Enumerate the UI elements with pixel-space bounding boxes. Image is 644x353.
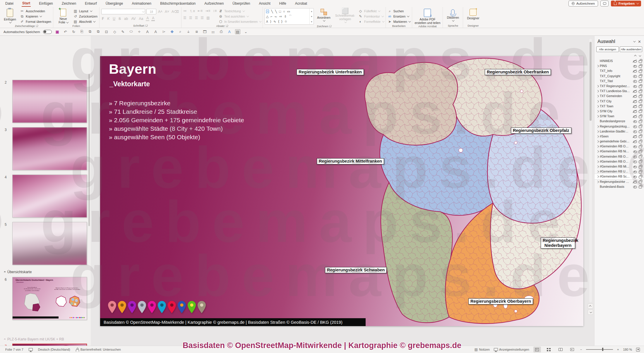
dialog-launcher-icon[interactable] [226,25,228,27]
fit-slide-button[interactable] [636,348,640,352]
layer-row[interactable]: #Gemeinden RB Oberbayern [595,144,644,149]
layer-row[interactable]: SYM City [595,109,644,114]
next-slide-button[interactable] [588,310,593,315]
expand-chevron-icon[interactable] [596,59,600,63]
menu-ansicht[interactable]: Ansicht [258,1,271,6]
replace-button[interactable]: abErsetzen [388,14,410,18]
menu-ueberpruefen[interactable]: Überprüfen [232,1,251,6]
textbox-shape-icon[interactable]: A [266,10,269,13]
reset-button[interactable]: ↺Zurücksetzen [73,14,97,18]
map-pin[interactable] [128,301,136,314]
menu-entwurf[interactable]: Entwurf [84,1,97,6]
visibility-eye-icon[interactable] [633,130,637,133]
arrange-button[interactable]: Anordnen [316,8,332,22]
menu-datei[interactable]: Datei [5,1,14,6]
visibility-eye-icon[interactable] [633,99,637,103]
shape-outline-button[interactable]: ✎Formkontur [358,14,384,18]
bayern-map[interactable] [358,56,583,326]
pointer-icon[interactable]: ⌲ [161,30,167,34]
grow-font-button[interactable]: A˄ [157,10,163,14]
expand-chevron-icon[interactable] [596,119,600,123]
map-pin[interactable] [138,301,146,314]
layer-row[interactable]: TXT Landkreise-Stadtkreise [595,89,644,94]
visibility-eye-icon[interactable] [633,109,637,113]
expand-chevron-icon[interactable] [596,84,600,88]
layer-row[interactable]: #Gemeinden RB Oberpfalz [595,154,644,159]
textbox-icon[interactable]: A [227,30,232,34]
menu-animationen[interactable]: Animationen [131,1,152,6]
expand-chevron-icon[interactable] [596,165,600,168]
slide-thumbnail-6[interactable]: Übersichtskarte Deutschland + Bayern _Ve… [12,277,87,320]
format-painter-button[interactable]: ✐Format übertragen [20,19,51,24]
visibility-eye-icon[interactable] [633,155,637,159]
visibility-eye-icon[interactable] [633,144,637,148]
numbering-button[interactable]: ⒈≡ [189,9,195,14]
eyedropper-icon[interactable]: ✧ [137,30,142,34]
expand-chevron-icon[interactable] [596,104,600,108]
visibility-eye-icon[interactable] [633,185,637,189]
shape-effect-icon[interactable]: ⬭ [129,30,134,34]
zoom-slider[interactable] [586,349,613,349]
bullets-button[interactable]: ≔ [183,9,187,14]
layer-row[interactable]: TXT_Copyright [595,74,644,79]
underline-button[interactable]: U [112,17,116,21]
shrink-font-button[interactable]: A˅ [164,10,170,14]
label-mittelfranken[interactable]: Regierungsbezirk Mittelfranken [317,158,384,164]
lock-open-icon[interactable] [639,129,642,133]
lock-open-icon[interactable] [639,119,642,123]
layer-row[interactable]: TXT Town [595,104,644,109]
lock-open-icon[interactable] [639,185,642,189]
zoom-level[interactable]: 180 % [623,348,632,351]
visibility-eye-icon[interactable] [633,114,637,118]
lock-open-icon[interactable] [639,59,642,63]
lock-open-icon[interactable] [639,69,642,73]
section-header-uebersichtskarte[interactable]: Übersichtskarte [4,270,32,274]
save-icon[interactable]: ▣ [55,30,60,34]
lock-open-icon[interactable] [639,124,642,128]
designer-button[interactable]: Designer [465,8,481,20]
zoom-out-button[interactable]: − [580,348,582,351]
expand-chevron-icon[interactable] [596,79,600,83]
expand-chevron-icon[interactable] [596,74,600,78]
menu-einfuegen[interactable]: Einfügen [38,1,53,6]
hide-all-button[interactable]: Alle ausblenden [620,47,642,52]
layer-row[interactable]: Landkreise-Stadtkreise (ohn... [595,129,644,134]
smartart-button[interactable]: ⬡In SmartArt konvertieren [218,19,261,24]
clear-formatting-button[interactable]: A⌫ [171,10,179,14]
visibility-eye-icon[interactable] [633,175,637,178]
label-oberfranken[interactable]: Regierungsbezirk Oberfranken [485,69,551,75]
slide-title[interactable]: Bayern [109,61,156,77]
qat-overflow-icon[interactable]: ⌄ [243,30,249,34]
dialog-launcher-icon[interactable] [145,25,148,27]
lock-open-icon[interactable] [639,149,642,154]
duplicate-object-icon[interactable]: ⊡ [104,30,109,34]
selection-pane-toggle-icon[interactable]: ▤ [235,29,240,34]
outline-color-icon[interactable]: ✎ [120,30,126,34]
layout-button[interactable]: ▥Layout [73,9,97,13]
lock-open-icon[interactable] [639,140,642,144]
expand-chevron-icon[interactable] [596,144,600,148]
fill-color-icon[interactable]: ◇ [112,30,117,34]
map-pin[interactable] [197,301,206,314]
layer-row[interactable]: TXT Regierungsbezirke [595,84,644,89]
slide-thumbnail-5[interactable] [12,222,87,265]
layer-row[interactable]: #Gemeinden RB Oberfranken [595,159,644,164]
lock-open-icon[interactable] [639,159,642,163]
subscript-button[interactable]: ab [124,17,129,21]
quick-styles-button[interactable]: ⬜ Schnellformat-vorlagen [334,8,357,23]
section-header-plz5-karte[interactable]: PLZ-5-Karte Bayern mit LK/SK + RB [4,337,64,341]
font-size-select[interactable]: 18 [146,9,156,14]
lock-open-icon[interactable] [639,94,642,98]
copy-button[interactable]: ⧉Kopieren [20,14,51,18]
gallery-scroll[interactable]: ▲▼▼ [309,8,314,24]
comments-button[interactable] [600,1,609,6]
lock-open-icon[interactable] [639,74,642,78]
menu-bildschirmpraesentation[interactable]: Bildschirmpräsentation [160,1,196,6]
map-pin[interactable] [148,301,156,314]
lock-open-icon[interactable] [639,109,642,113]
map-pin[interactable] [118,301,126,314]
record-button[interactable]: Aufzeichnen [568,1,598,6]
expand-chevron-icon[interactable] [596,114,600,118]
layer-row[interactable]: TXT Gemeinden [595,94,644,99]
highlight-color-button[interactable]: A [146,16,149,21]
